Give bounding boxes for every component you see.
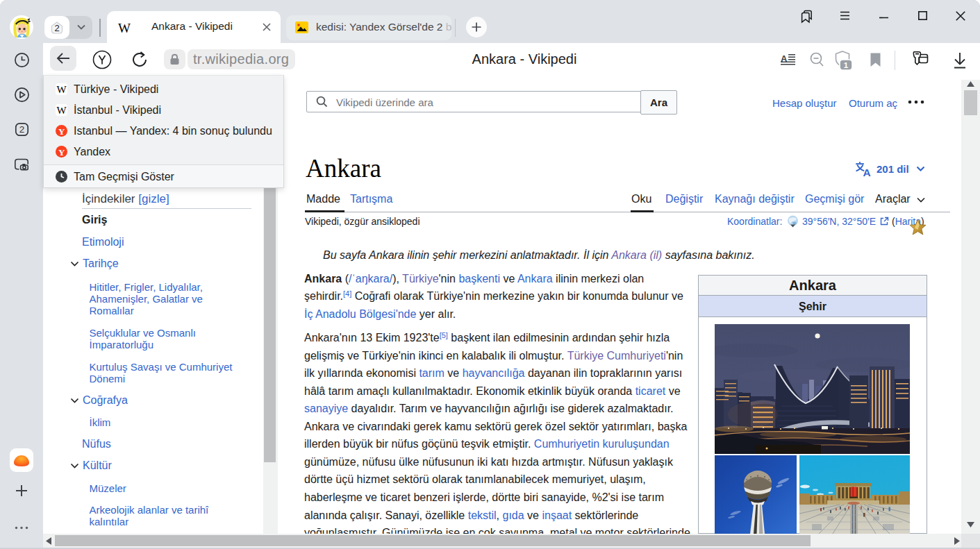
svg-text:2: 2 <box>54 23 59 33</box>
svg-text:A: A <box>863 167 870 177</box>
svg-text:W: W <box>56 84 67 95</box>
svg-text:1: 1 <box>844 61 849 69</box>
svg-text:Y: Y <box>58 147 65 158</box>
svg-text:2: 2 <box>19 124 25 135</box>
svg-text:W: W <box>56 105 67 116</box>
svg-text:Y: Y <box>58 126 65 137</box>
